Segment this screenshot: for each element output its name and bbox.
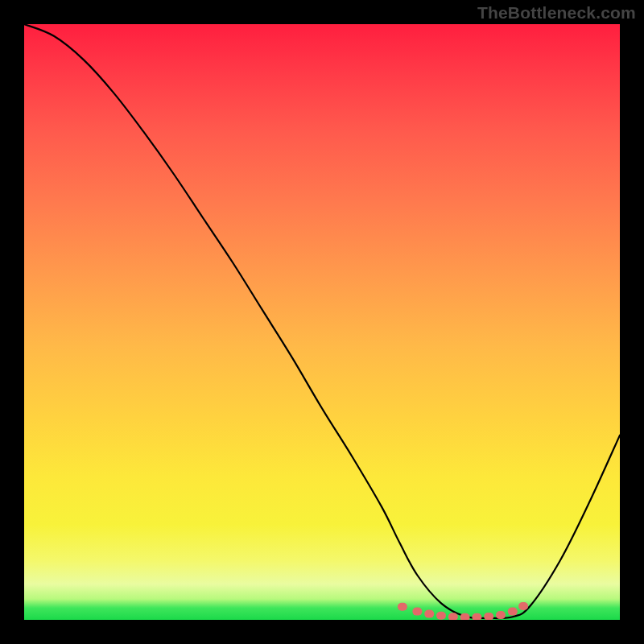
plot-area xyxy=(24,24,620,620)
bottleneck-curve xyxy=(24,24,620,618)
highlight-dot xyxy=(472,613,481,620)
highlight-dot xyxy=(436,612,446,620)
highlight-dot xyxy=(424,610,434,618)
highlight-dot xyxy=(398,603,407,611)
highlight-dot xyxy=(448,613,458,620)
watermark-text: TheBottleneck.com xyxy=(477,3,636,23)
highlight-dot xyxy=(484,613,493,620)
highlight-dot xyxy=(496,611,506,619)
highlight-dot xyxy=(412,608,422,616)
chart-frame: TheBottleneck.com xyxy=(0,0,644,644)
curve-svg xyxy=(24,24,620,620)
highlight-dot-group xyxy=(398,602,528,620)
highlight-dot xyxy=(508,608,518,616)
highlight-dot xyxy=(460,613,470,620)
highlight-dot xyxy=(518,602,528,610)
